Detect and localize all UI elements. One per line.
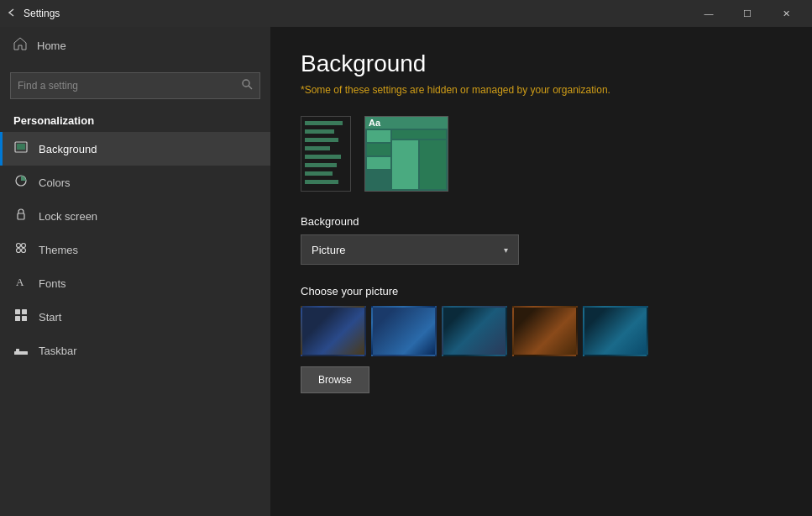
svg-point-8 bbox=[17, 249, 21, 253]
sidebar: Home Personalization BackgroundColorsLoc… bbox=[0, 27, 270, 516]
content-area: Background *Some of these settings are h… bbox=[270, 27, 812, 516]
preview-aa-label: Aa bbox=[369, 118, 380, 128]
sidebar-item-label-themes: Themes bbox=[39, 244, 78, 256]
svg-rect-5 bbox=[18, 213, 24, 219]
preview-large: Aa bbox=[364, 116, 448, 192]
sidebar-items: BackgroundColorsLock screenThemesAFontsS… bbox=[0, 132, 270, 367]
preview-large-top: Aa bbox=[365, 117, 448, 129]
taskbar-icon bbox=[13, 342, 29, 359]
sidebar-item-lock-screen[interactable]: Lock screen bbox=[0, 199, 270, 233]
maximize-button[interactable]: ☐ bbox=[728, 0, 767, 27]
window-controls: — ☐ ✕ bbox=[689, 0, 805, 27]
svg-point-6 bbox=[17, 244, 21, 248]
minimize-button[interactable]: — bbox=[689, 0, 728, 27]
start-icon bbox=[13, 308, 29, 325]
sidebar-item-taskbar[interactable]: Taskbar bbox=[0, 334, 270, 367]
chevron-down-icon: ▾ bbox=[504, 245, 508, 255]
sidebar-item-start[interactable]: Start bbox=[0, 300, 270, 334]
sidebar-item-label-start: Start bbox=[39, 311, 61, 324]
picture-thumb-3[interactable] bbox=[442, 306, 507, 356]
svg-rect-13 bbox=[15, 316, 20, 321]
picture-thumb-4[interactable] bbox=[512, 306, 578, 356]
svg-point-0 bbox=[243, 80, 249, 87]
search-input[interactable] bbox=[18, 80, 242, 92]
background-dropdown-row: Background Picture ▾ bbox=[301, 215, 782, 265]
preview-large-body bbox=[365, 129, 448, 191]
picture-thumb-2[interactable] bbox=[371, 306, 437, 356]
sidebar-section-label: Personalization bbox=[0, 108, 270, 132]
colors-icon bbox=[13, 174, 29, 191]
preview-left-col bbox=[367, 130, 390, 189]
back-button[interactable] bbox=[7, 7, 17, 20]
svg-rect-16 bbox=[16, 349, 19, 351]
background-icon bbox=[13, 140, 29, 157]
preview-area: Aa bbox=[301, 116, 782, 192]
sidebar-item-background[interactable]: Background bbox=[0, 132, 270, 166]
themes-icon bbox=[13, 241, 29, 258]
sidebar-item-label-lock-screen: Lock screen bbox=[39, 210, 97, 223]
sidebar-item-label-taskbar: Taskbar bbox=[39, 345, 77, 357]
svg-rect-12 bbox=[22, 309, 27, 314]
svg-point-7 bbox=[22, 244, 26, 248]
preview-small bbox=[301, 116, 351, 192]
page-title: Background bbox=[301, 50, 782, 77]
title-bar: Settings — ☐ ✕ bbox=[0, 0, 812, 27]
preview-right-col bbox=[392, 130, 446, 189]
svg-rect-15 bbox=[14, 351, 28, 355]
picture-thumb-1[interactable] bbox=[301, 306, 366, 356]
picture-grid bbox=[301, 306, 782, 356]
background-select-value: Picture bbox=[312, 244, 345, 256]
choose-picture-label: Choose your picture bbox=[301, 285, 782, 297]
title-bar-title: Settings bbox=[24, 8, 689, 19]
sidebar-item-colors[interactable]: Colors bbox=[0, 166, 270, 199]
app-body: Home Personalization BackgroundColorsLoc… bbox=[0, 27, 812, 516]
background-dropdown-label: Background bbox=[301, 215, 782, 228]
org-notice: *Some of these settings are hidden or ma… bbox=[301, 84, 782, 96]
search-button[interactable] bbox=[242, 79, 253, 92]
close-button[interactable]: ✕ bbox=[767, 0, 805, 27]
browse-button[interactable]: Browse bbox=[301, 366, 369, 393]
sidebar-item-label-colors: Colors bbox=[39, 176, 71, 189]
sidebar-item-label-fonts: Fonts bbox=[39, 277, 66, 290]
background-select[interactable]: Picture ▾ bbox=[301, 234, 519, 265]
svg-line-1 bbox=[249, 86, 252, 89]
picture-thumb-5[interactable] bbox=[583, 306, 648, 356]
home-icon bbox=[13, 37, 27, 54]
svg-rect-3 bbox=[17, 144, 25, 150]
lock-screen-icon bbox=[13, 208, 29, 224]
svg-point-9 bbox=[22, 249, 26, 253]
fonts-icon: A bbox=[13, 275, 29, 292]
home-label: Home bbox=[37, 39, 66, 52]
svg-rect-14 bbox=[22, 316, 27, 321]
sidebar-item-fonts[interactable]: AFonts bbox=[0, 266, 270, 300]
svg-text:A: A bbox=[16, 276, 24, 288]
svg-rect-11 bbox=[15, 309, 20, 314]
sidebar-item-themes[interactable]: Themes bbox=[0, 233, 270, 266]
sidebar-item-home[interactable]: Home bbox=[0, 27, 270, 64]
sidebar-item-label-background: Background bbox=[39, 143, 97, 155]
search-bar[interactable] bbox=[10, 72, 260, 99]
